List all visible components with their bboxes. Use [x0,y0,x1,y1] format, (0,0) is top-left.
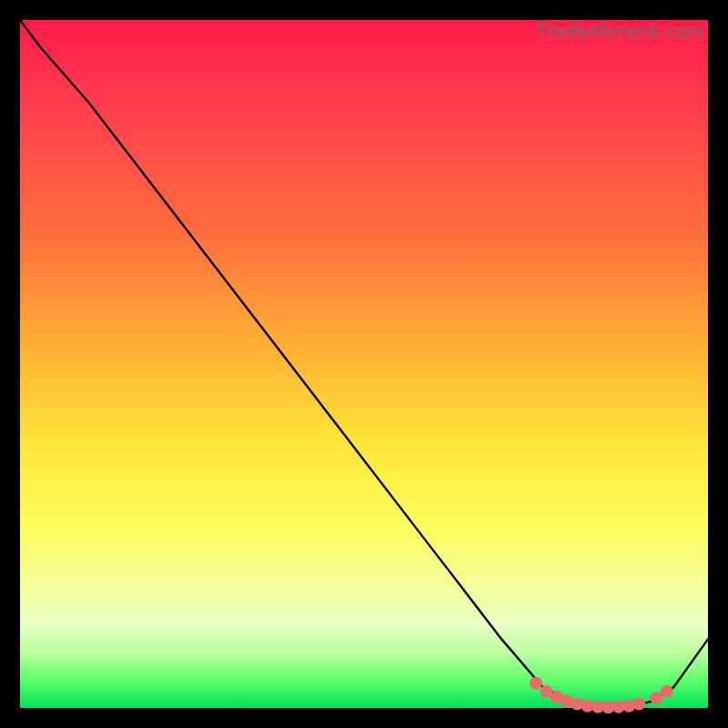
highlight-dots [530,677,673,713]
plot-area: TheBottleneck.com [20,20,708,708]
highlight-dot [530,677,542,690]
highlight-dot [661,685,673,698]
highlight-dot [632,697,645,710]
curve-svg [20,20,708,708]
bottleneck-curve [20,20,708,708]
chart-stage: TheBottleneck.com [0,0,728,728]
